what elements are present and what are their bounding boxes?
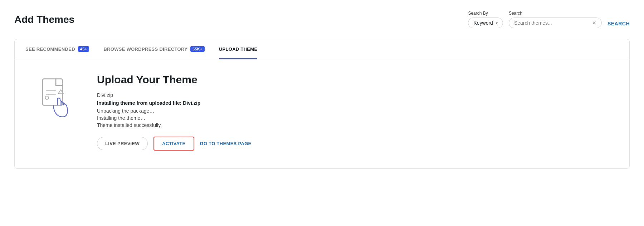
tab-upload[interactable]: UPLOAD THEME: [219, 40, 258, 59]
goto-themes-button[interactable]: GO TO THEMES PAGE: [200, 141, 252, 146]
svg-point-4: [45, 96, 48, 99]
tab-recommended[interactable]: SEE RECOMMENDED 45+: [25, 40, 89, 59]
content-area: Upload Your Theme Divi.zip Installing th…: [15, 59, 629, 168]
search-label: Search: [509, 11, 522, 16]
tab-browse[interactable]: BROWSE WORDPRESS DIRECTORY 55K+: [103, 40, 204, 59]
upload-info: Upload Your Theme Divi.zip Installing th…: [97, 74, 611, 151]
search-group: Search ✕: [509, 11, 602, 28]
upload-icon: [36, 77, 75, 120]
tab-upload-label: UPLOAD THEME: [219, 46, 258, 52]
chevron-down-icon: ▾: [496, 21, 498, 25]
activate-button[interactable]: ACTIVATE: [153, 137, 194, 151]
status-line-1: Unpacking the package…: [97, 108, 611, 114]
search-by-group: Search By Keyword ▾: [468, 11, 503, 28]
search-input-wrapper: ✕: [509, 18, 602, 28]
tab-recommended-badge: 45+: [78, 46, 89, 52]
search-input[interactable]: [514, 20, 590, 26]
upload-illustration: [33, 77, 79, 120]
status-line-3: Theme installed successfully.: [97, 122, 611, 128]
action-buttons: LIVE PREVIEW ACTIVATE GO TO THEMES PAGE: [97, 137, 611, 151]
search-button[interactable]: SEARCH: [608, 21, 630, 26]
tab-browse-label: BROWSE WORDPRESS DIRECTORY: [103, 46, 187, 52]
header-row: Add Themes Search By Keyword ▾ Search ✕ …: [14, 11, 630, 28]
installing-line: Installing theme from uploaded file: Div…: [97, 100, 611, 106]
search-area: Search By Keyword ▾ Search ✕ SEARCH: [468, 11, 630, 28]
search-by-select[interactable]: Keyword ▾: [468, 18, 503, 28]
clear-icon[interactable]: ✕: [592, 20, 596, 26]
status-line-2: Installing the theme…: [97, 115, 611, 121]
main-card: SEE RECOMMENDED 45+ BROWSE WORDPRESS DIR…: [14, 39, 630, 169]
page-title: Add Themes: [14, 14, 74, 26]
tab-recommended-label: SEE RECOMMENDED: [25, 46, 75, 52]
search-by-label: Search By: [468, 11, 488, 16]
upload-title: Upload Your Theme: [97, 74, 611, 86]
live-preview-button[interactable]: LIVE PREVIEW: [97, 137, 148, 150]
tabs-row: SEE RECOMMENDED 45+ BROWSE WORDPRESS DIR…: [15, 39, 629, 59]
file-name: Divi.zip: [97, 92, 611, 98]
tab-browse-badge: 55K+: [190, 46, 205, 52]
search-by-value: Keyword: [473, 20, 493, 26]
page-wrapper: Add Themes Search By Keyword ▾ Search ✕ …: [0, 0, 644, 226]
